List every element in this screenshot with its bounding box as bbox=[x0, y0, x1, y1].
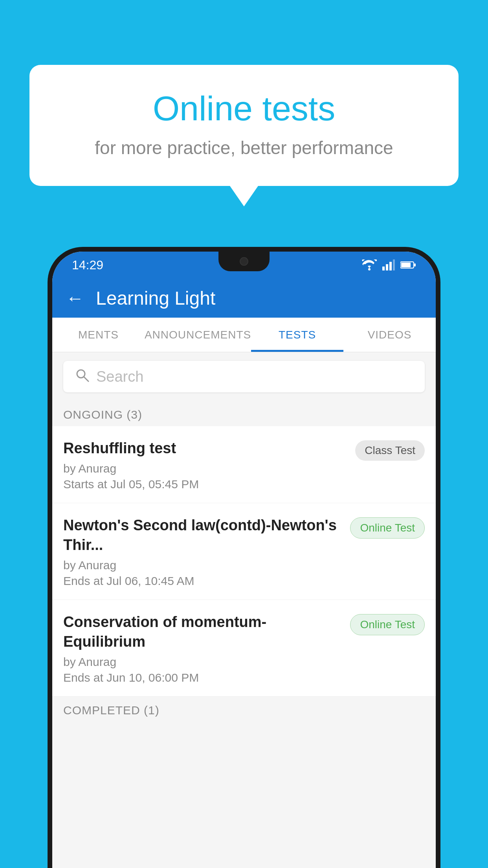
test-name: Conservation of momentum-Equilibrium bbox=[63, 612, 342, 651]
svg-line-9 bbox=[84, 377, 88, 381]
test-info: Reshuffling test by Anurag Starts at Jul… bbox=[63, 439, 347, 491]
screen-content: Search ONGOING (3) Reshuffling test by A… bbox=[52, 352, 436, 868]
search-bar[interactable]: Search bbox=[63, 361, 425, 392]
status-icons bbox=[362, 259, 416, 270]
ongoing-section-header: ONGOING (3) bbox=[52, 401, 436, 426]
svg-rect-4 bbox=[393, 259, 395, 270]
test-item[interactable]: Conservation of momentum-Equilibrium by … bbox=[52, 600, 436, 697]
front-camera bbox=[240, 257, 248, 266]
app-bar: ← Learning Light bbox=[52, 278, 436, 318]
app-bar-title: Learning Light bbox=[96, 287, 215, 309]
svg-rect-6 bbox=[401, 263, 411, 267]
tab-videos[interactable]: VIDEOS bbox=[343, 318, 436, 352]
test-info: Conservation of momentum-Equilibrium by … bbox=[63, 612, 342, 684]
test-by: by Anurag bbox=[63, 655, 342, 669]
test-badge-online-2: Online Test bbox=[350, 614, 425, 635]
svg-rect-3 bbox=[389, 262, 392, 270]
search-icon bbox=[75, 368, 89, 386]
test-time: Starts at Jul 05, 05:45 PM bbox=[63, 478, 347, 491]
svg-rect-2 bbox=[386, 264, 388, 270]
test-item[interactable]: Reshuffling test by Anurag Starts at Jul… bbox=[52, 426, 436, 503]
search-container: Search bbox=[52, 352, 436, 401]
svg-point-0 bbox=[368, 268, 371, 270]
bubble-subtitle: for more practice, better performance bbox=[61, 137, 427, 158]
phone-frame: 14:29 bbox=[48, 247, 440, 868]
speech-bubble: Online tests for more practice, better p… bbox=[29, 65, 459, 186]
test-time: Ends at Jul 06, 10:45 AM bbox=[63, 574, 342, 588]
phone-screen: 14:29 bbox=[52, 252, 436, 868]
test-name: Reshuffling test bbox=[63, 439, 347, 458]
tab-announcements[interactable]: ANNOUNCEMENTS bbox=[145, 318, 251, 352]
back-button[interactable]: ← bbox=[66, 287, 84, 309]
tab-tests[interactable]: TESTS bbox=[251, 318, 343, 352]
svg-rect-7 bbox=[414, 263, 416, 267]
test-time: Ends at Jun 10, 06:00 PM bbox=[63, 671, 342, 684]
test-info: Newton's Second law(contd)-Newton's Thir… bbox=[63, 516, 342, 588]
test-name: Newton's Second law(contd)-Newton's Thir… bbox=[63, 516, 342, 555]
test-badge-class: Class Test bbox=[355, 440, 425, 461]
battery-icon bbox=[400, 261, 416, 269]
svg-rect-1 bbox=[382, 267, 385, 270]
search-placeholder: Search bbox=[96, 368, 143, 385]
test-badge-online: Online Test bbox=[350, 517, 425, 539]
test-item[interactable]: Newton's Second law(contd)-Newton's Thir… bbox=[52, 503, 436, 600]
test-list: Reshuffling test by Anurag Starts at Jul… bbox=[52, 426, 436, 697]
wifi-icon bbox=[362, 259, 377, 270]
notch bbox=[218, 252, 270, 271]
status-time: 14:29 bbox=[72, 258, 103, 272]
signal-icon bbox=[382, 259, 395, 270]
completed-section-header: COMPLETED (1) bbox=[52, 697, 436, 722]
tab-ments[interactable]: MENTS bbox=[52, 318, 145, 352]
test-by: by Anurag bbox=[63, 462, 347, 475]
test-by: by Anurag bbox=[63, 559, 342, 572]
bubble-title: Online tests bbox=[61, 88, 427, 129]
tabs-bar: MENTS ANNOUNCEMENTS TESTS VIDEOS bbox=[52, 318, 436, 352]
